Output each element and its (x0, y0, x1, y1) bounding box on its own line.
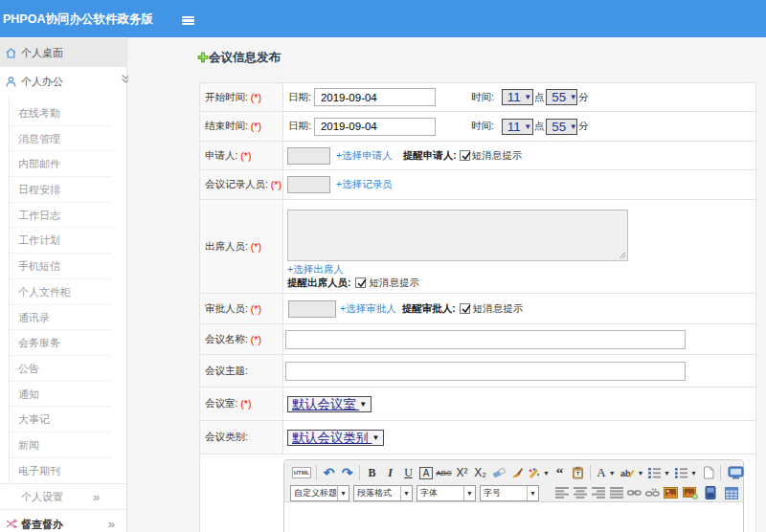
svg-text:T: T (576, 471, 580, 477)
